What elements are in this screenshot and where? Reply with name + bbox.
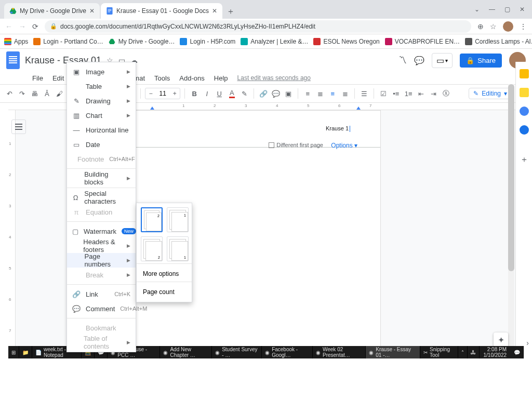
increase-font-icon[interactable]: +	[169, 90, 180, 97]
activity-icon[interactable]: 〽	[398, 56, 407, 65]
increase-indent-icon[interactable]: ⇥	[428, 88, 438, 99]
bulleted-list-icon[interactable]: •≡	[391, 88, 401, 99]
keep-icon[interactable]	[520, 88, 529, 97]
taskbar-chrome-4[interactable]: ◉Facebook - Googl…	[262, 346, 313, 358]
last-edit-link[interactable]: Last edit was seconds ago	[237, 74, 311, 82]
page-number-option-bottom-right-all[interactable]: 12	[141, 236, 163, 261]
align-center-icon[interactable]: ≣	[315, 88, 325, 99]
minimize-icon[interactable]: ―	[489, 6, 495, 13]
decrease-font-icon[interactable]: −	[145, 90, 156, 97]
chevron-down-icon[interactable]: ⌄	[474, 6, 480, 13]
insert-comment-icon[interactable]: 💬	[271, 88, 281, 99]
print-icon[interactable]: 🖶	[29, 88, 39, 99]
install-icon[interactable]: ⊕	[477, 22, 484, 31]
expand-side-panel-icon[interactable]: ›	[526, 339, 529, 347]
page-number-option-bottom-right-skip-first[interactable]: 1	[167, 236, 189, 261]
decrease-indent-icon[interactable]: ⇤	[416, 88, 426, 99]
menu-tools[interactable]: Tools	[150, 73, 174, 83]
tray-network-icon[interactable]: 🖧	[468, 346, 480, 358]
italic-icon[interactable]: I	[202, 88, 212, 99]
kebab-icon[interactable]: ⋮	[520, 22, 527, 31]
taskbar-chrome-6[interactable]: ◉Krause - Essay 01 -…	[366, 346, 420, 358]
insert-link[interactable]: 🔗LinkCtrl+K	[67, 287, 136, 301]
scrollbar-thumb[interactable]	[508, 84, 514, 271]
clear-formatting-icon[interactable]: Ⓧ	[441, 88, 451, 99]
calendar-icon[interactable]	[520, 69, 529, 78]
text-color-icon[interactable]: A	[227, 88, 237, 99]
indent-marker-icon[interactable]	[150, 107, 154, 110]
reload-icon[interactable]: ⟳	[32, 22, 38, 31]
comments-icon[interactable]: 💬	[414, 56, 424, 65]
close-icon[interactable]: ✕	[89, 7, 95, 15]
header-content[interactable]: Krause 1	[326, 125, 350, 132]
page-numbers-more-options[interactable]: More options	[141, 266, 188, 280]
contacts-icon[interactable]	[520, 125, 529, 135]
omnibox[interactable]: 🔒 docs.google.com/document/d/1RqtlwGyCxx…	[45, 20, 471, 33]
redo-icon[interactable]: ↷	[17, 88, 27, 99]
align-right-icon[interactable]: ≡	[327, 88, 338, 99]
line-spacing-icon[interactable]: ☰	[359, 88, 369, 99]
star-icon[interactable]: ☆	[490, 22, 497, 31]
close-icon[interactable]: ✕	[212, 7, 217, 15]
insert-comment[interactable]: 💬CommentCtrl+Alt+M	[67, 301, 136, 316]
font-size-input[interactable]	[156, 90, 169, 97]
back-icon[interactable]: ←	[5, 22, 12, 31]
indent-marker-icon[interactable]	[356, 107, 361, 110]
browser-tab-drive[interactable]: My Drive - Google Drive ✕	[4, 3, 100, 19]
share-button[interactable]: 🔒Share	[460, 54, 502, 68]
align-left-icon[interactable]: ≡	[302, 88, 313, 99]
bold-icon[interactable]: B	[189, 88, 200, 99]
scrollbar[interactable]	[508, 84, 514, 351]
align-justify-icon[interactable]: ≣	[340, 88, 350, 99]
close-icon[interactable]: ✕	[520, 6, 525, 13]
taskbar-chrome-5[interactable]: ◉Week 02 Presentat…	[313, 346, 366, 358]
font-size-control[interactable]: − +	[145, 88, 180, 99]
menu-help[interactable]: Help	[210, 73, 232, 83]
browser-tab-docs[interactable]: Krause - Essay 01 - Google Docs ✕	[101, 3, 222, 19]
taskbar-chrome-2[interactable]: ◉Add New Chapter …	[160, 346, 212, 358]
vertical-ruler[interactable]: 12345678	[8, 110, 16, 352]
numbered-list-icon[interactable]: 1≡	[403, 88, 414, 99]
insert-link-icon[interactable]: 🔗	[258, 88, 269, 99]
page-number-option-top-right-skip-first[interactable]: 1	[167, 207, 189, 232]
header-options-dropdown[interactable]: Options ▾	[331, 142, 357, 149]
insert-watermark[interactable]: ▢WatermarkNew	[67, 224, 136, 238]
taskbar-explorer[interactable]: 📁	[19, 346, 32, 358]
bookmark-item[interactable]: ESOL News Oregon	[313, 38, 379, 45]
insert-chart[interactable]: ▥Chart▶	[67, 108, 136, 123]
undo-icon[interactable]: ↶	[4, 88, 15, 99]
notifications-icon[interactable]: 💬	[511, 346, 524, 358]
bookmark-item[interactable]: Login - H5P.com	[180, 38, 235, 45]
different-first-page-checkbox[interactable]: Different first page	[269, 142, 323, 148]
insert-drawing[interactable]: ✎Drawing▶	[67, 94, 136, 108]
new-tab-button[interactable]: ＋	[223, 4, 238, 19]
add-addon-icon[interactable]: ＋	[520, 154, 528, 165]
spellcheck-icon[interactable]: Ǎ	[42, 88, 52, 99]
insert-page-numbers[interactable]: Page numbers▶	[67, 253, 136, 268]
highlight-icon[interactable]: ✎	[239, 88, 249, 99]
bookmark-item[interactable]: VOCABPROFILE EN…	[385, 38, 460, 45]
insert-image[interactable]: ▣Image▶	[67, 64, 136, 79]
insert-special-characters[interactable]: ΩSpecial characters	[67, 190, 136, 205]
bookmark-item[interactable]: My Drive - Google…	[109, 38, 175, 45]
bookmark-item[interactable]: Analyzer | Lexile &…	[241, 38, 308, 45]
insert-table[interactable]: Table▶	[67, 79, 136, 94]
explore-button[interactable]: ✦	[494, 332, 508, 347]
page-number-option-top-right-all[interactable]: 12	[141, 207, 163, 232]
insert-building-blocks[interactable]: Building blocks▶	[67, 171, 136, 185]
underline-icon[interactable]: U	[214, 88, 224, 99]
checklist-icon[interactable]: ☑	[378, 88, 389, 99]
profile-avatar[interactable]	[503, 21, 513, 32]
insert-date[interactable]: ▭Date	[67, 137, 136, 152]
paint-format-icon[interactable]: 🖌	[54, 88, 64, 99]
show-outline-button[interactable]	[11, 119, 26, 134]
taskbar-clock[interactable]: 2:08 PM 1/10/2022	[480, 347, 511, 358]
bookmark-item[interactable]: Cordless Lamps - Al…	[465, 38, 532, 45]
insert-image-icon[interactable]: ▣	[283, 88, 294, 99]
tray-up-icon[interactable]: ˄	[458, 346, 468, 358]
start-button[interactable]: ⊞	[8, 346, 19, 358]
maximize-icon[interactable]: ▢	[504, 6, 510, 13]
taskbar-snipping-tool[interactable]: ✂Snipping Tool	[420, 346, 458, 358]
menu-edit[interactable]: Edit	[48, 73, 68, 83]
bookmark-item[interactable]: Login - Portland Co…	[33, 38, 103, 45]
